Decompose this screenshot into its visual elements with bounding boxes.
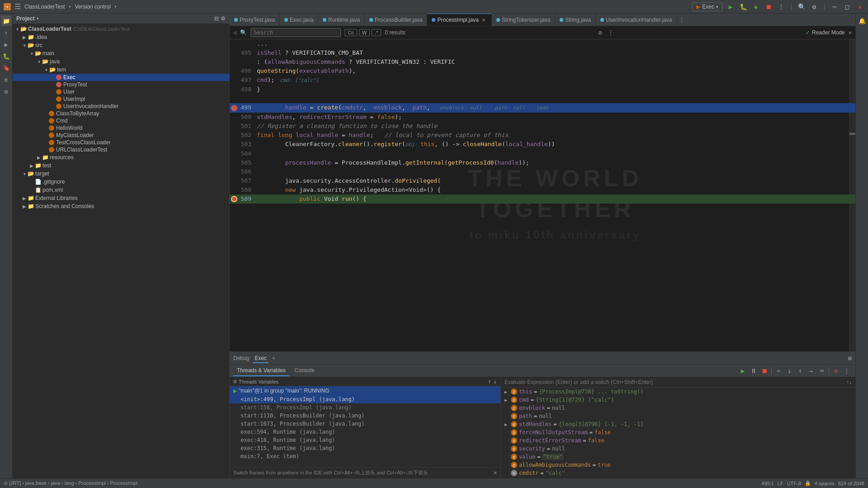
tab-string[interactable]: String.java [555,14,596,26]
tab-proxytest[interactable]: ProxyTest.java [230,14,280,26]
debug-tab-close[interactable]: ✕ [272,355,275,361]
tree-item-root[interactable]: ▾ 📂 ClassLoaderTest C:\IDEA\ClassLoaderT… [13,25,229,33]
code-line-499[interactable]: 499 handle = create(cmdstr, envblock, pa… [230,103,855,113]
more-search-options[interactable]: ⋮ [606,28,615,37]
find-icon[interactable]: 🔍 [240,29,247,36]
close-button[interactable]: ✕ [855,2,864,11]
tab-stringtokenizer[interactable]: StringTokenizer.java [492,14,555,26]
tree-item-external-libs[interactable]: ▶ 📁 External Libraries [13,194,229,202]
tab-processimpl[interactable]: ProcessImpl.java ✕ [427,14,491,26]
threads-up-btn[interactable]: ↑ [488,378,491,385]
pause-btn[interactable]: ⏸ [749,366,759,376]
tree-item-idea[interactable]: ▶ 📁 .idea [13,33,229,41]
subtab-console[interactable]: Console [291,365,318,376]
debug-tab-active[interactable]: Exec [253,353,269,363]
subtab-threads-variables[interactable]: Threads & Variables [233,365,289,376]
sidebar-icon-commit[interactable]: ↑ [1,27,12,38]
code-editor[interactable]: THE WORLD TOGETHER to miku 10th annivers… [230,39,855,351]
var-cmdstr[interactable]: ∞ cmdstr = "calc" [501,469,855,477]
tab-processbuilder[interactable]: ProcessBuilder.java [365,14,427,26]
tree-item-pomxml[interactable]: ▶ 📋 pom.xml [13,186,229,194]
var-this[interactable]: ▶ @ this = {ProcessImpl@738} ... toStrin… [501,388,855,396]
sidebar-icon-project[interactable]: 📁 [1,15,12,26]
tree-item-testcross[interactable]: ▶ TestCrossClassLoader [13,139,229,146]
debug-settings-btn[interactable]: ⋮ [842,366,852,376]
threads-down-btn[interactable]: ↓ [493,378,497,385]
debug-panel-icon1[interactable]: ⊞ [848,355,852,362]
code-line-509[interactable]: 509 public Void run() { [230,194,855,204]
whole-word-option[interactable]: W [359,29,370,36]
tree-item-gitignore[interactable]: ▶ 📄 .gitignore [13,178,229,186]
resume-btn[interactable]: ▶ [738,366,748,376]
tree-item-urlcl[interactable]: ▶ URLClassLoaderTest [13,146,229,153]
settings-button[interactable]: ⚙ [810,2,819,11]
mute-breakpoints-btn[interactable]: ⊘ [831,366,841,376]
line-ending[interactable]: LF [778,481,783,486]
search-input[interactable] [250,28,341,37]
filter-results-btn[interactable]: ⊘ [595,28,604,37]
tab-exec[interactable]: Exec.java [280,14,318,26]
coverage-button[interactable]: ◈ [751,2,760,11]
var-cmd[interactable]: ▶ @ cmd = {String[1]@729} ["calc"] [501,396,855,404]
tree-item-scratches[interactable]: ▶ 📁 Scratches and Consoles [13,202,229,210]
hint-close-btn[interactable]: ✕ [494,469,497,476]
frame-start-1073[interactable]: start:1073, ProcessBuilder (java.lang) [230,420,500,428]
tree-item-exec[interactable]: ▶ Exec [13,74,229,81]
var-forcenull[interactable]: @ forceNullOutputStream = false [501,428,855,436]
tab-close-processimpl[interactable]: ✕ [481,17,487,23]
sidebar-icon-structure[interactable]: ≡ [1,74,12,85]
minimize-button[interactable]: ─ [830,2,839,11]
var-security[interactable]: @ security = null [501,445,855,453]
tree-item-target[interactable]: ▾ 📂 target [13,170,229,178]
var-value[interactable]: @ value = "true" [501,453,855,461]
threads-filter-icon[interactable]: ⊘ [233,378,237,385]
tree-item-java[interactable]: ▾ 📂 java [13,57,229,66]
indent-type[interactable]: 4 spaces [815,481,835,486]
tree-item-tem[interactable]: ▾ 📂 tem [13,66,229,74]
tree-item-cmd[interactable]: ▶ Cmd [13,117,229,124]
run-to-cursor-btn[interactable]: → [806,366,816,376]
step-into-btn[interactable]: ↓ [784,366,794,376]
go-back-icon[interactable]: ◁ [233,29,236,36]
stop-button[interactable]: ⏹ [764,2,773,11]
frame-start-1110[interactable]: start:1110, ProcessBuilder (java.lang) [230,412,500,420]
tree-item-classtoba[interactable]: ▶ ClassToByteArray [13,110,229,117]
run-config[interactable]: ▶ Exec ▾ [692,2,722,11]
tab-overflow[interactable]: ⋮ [677,17,686,23]
tree-item-test[interactable]: ▶ 📁 test [13,161,229,170]
var-redirecterror[interactable]: @ redirectErrorStream = false [501,436,855,445]
more-run-options[interactable]: ⋮ [777,2,786,11]
tree-item-main[interactable]: ▾ 📂 main [13,49,229,57]
tree-item-resources[interactable]: ▶ 📁 resources [13,153,229,161]
frame-init-499[interactable]: <init>:499, ProcessImpl (java.lang) [230,395,500,403]
frame-exec-315[interactable]: exec:315, Runtime (java.lang) [230,444,500,452]
evaluate-expr-btn[interactable]: ⌨ [817,366,827,376]
frame-start-158[interactable]: start:158, ProcessImpl (java.lang) [230,403,500,412]
regex-option[interactable]: .* [372,29,381,36]
search-everywhere[interactable]: 🔍 [797,2,806,11]
tree-item-helloworld[interactable]: ▶ HelloWorld [13,124,229,132]
thread-main[interactable]: ▶ "main"@1 in group "main": RUNNING [230,386,500,395]
frame-main-7[interactable]: main:7, Exec (tem) [230,452,500,460]
maximize-button[interactable]: □ [843,2,852,11]
case-sensitive-option[interactable]: Cc [344,29,357,36]
tree-item-src[interactable]: ▾ 📂 src [13,41,229,49]
eval-input[interactable] [505,379,846,385]
frame-exec-418[interactable]: exec:418, Runtime (java.lang) [230,436,500,444]
encoding[interactable]: UTF-8 [787,481,801,486]
frame-exec-594[interactable]: exec:594, Runtime (java.lang) [230,428,500,436]
tree-item-userimpl[interactable]: ▶ UserImpl [13,95,229,103]
hamburger-menu[interactable]: ☰ [14,2,21,11]
step-over-btn[interactable]: ↷ [774,366,783,376]
tree-item-user[interactable]: ▶ User [13,88,229,95]
stop-debug-btn[interactable]: ⏹ [760,366,769,376]
project-settings[interactable]: ⚙ [221,15,226,22]
right-icon-notifications[interactable]: 🔔 [857,15,868,26]
close-search-btn[interactable]: ✕ [849,29,852,36]
sidebar-icon-maven[interactable]: m [1,86,12,97]
project-collapse[interactable]: ⊟ [214,15,219,22]
var-envblock[interactable]: @ envblock = null [501,404,855,412]
var-path[interactable]: @ path = null [501,412,855,420]
run-button[interactable]: ▶ [726,2,735,11]
var-allowambiguous[interactable]: @ allowAmbiguousCommands = true [501,461,855,469]
